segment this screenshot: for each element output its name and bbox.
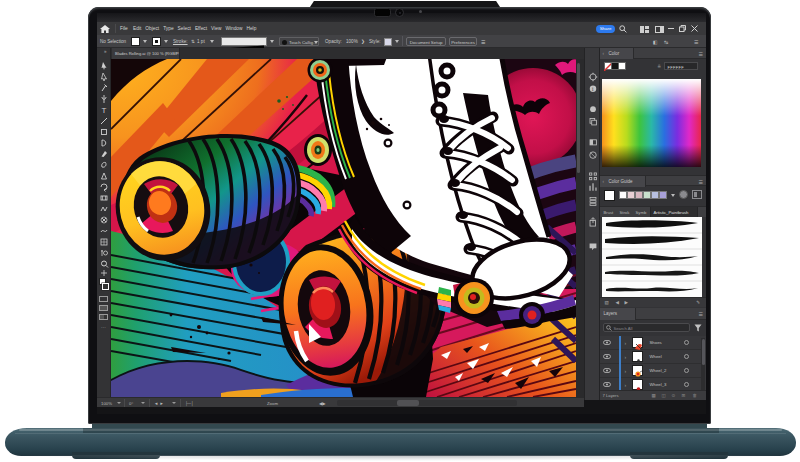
- svg-text:i: i: [591, 85, 593, 91]
- svg-text:T: T: [101, 106, 106, 115]
